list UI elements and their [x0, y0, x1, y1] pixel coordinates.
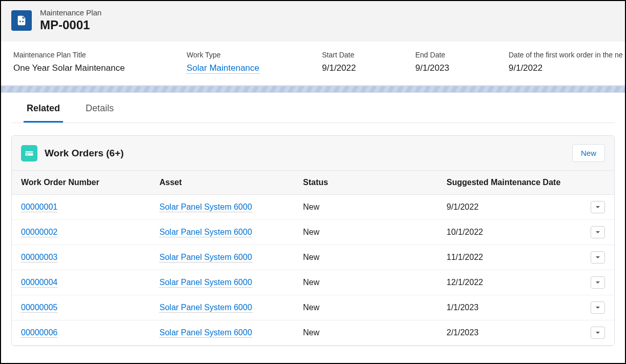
row-action-menu[interactable] — [591, 201, 605, 213]
status-cell: New — [294, 245, 437, 270]
work-orders-title[interactable]: Work Orders (6+) — [45, 148, 124, 159]
work-order-number-link[interactable]: 00000001 — [21, 203, 57, 212]
table-row: 00000002Solar Panel System 6000New10/1/2… — [12, 220, 614, 245]
chevron-down-icon — [595, 305, 600, 310]
row-action-menu[interactable] — [591, 226, 605, 238]
tab-related[interactable]: Related — [24, 93, 63, 123]
field-value-startdate: 9/1/2022 — [322, 63, 391, 73]
record-header: Maintenance Plan MP-0001 — [1, 1, 625, 42]
date-cell: 1/1/2023 — [437, 295, 581, 320]
col-header-number[interactable]: Work Order Number — [12, 171, 150, 195]
field-label-firstdate: Date of the first work order in the ne — [509, 51, 623, 59]
date-cell: 2/1/2023 — [437, 320, 581, 346]
asset-link[interactable]: Solar Panel System 6000 — [159, 203, 252, 212]
chevron-down-icon — [595, 230, 600, 235]
new-work-order-button[interactable]: New — [572, 144, 605, 162]
table-row: 00000004Solar Panel System 6000New12/1/2… — [12, 270, 614, 295]
field-value-enddate: 9/1/2023 — [415, 63, 484, 73]
chevron-down-icon — [595, 205, 600, 210]
work-order-number-link[interactable]: 00000004 — [21, 278, 57, 288]
asset-link[interactable]: Solar Panel System 6000 — [159, 228, 252, 237]
work-orders-table: Work Order Number Asset Status Suggested… — [12, 170, 614, 346]
work-order-number-link[interactable]: 00000005 — [21, 303, 57, 313]
asset-link[interactable]: Solar Panel System 6000 — [159, 328, 252, 338]
tab-bar: Related Details — [11, 93, 615, 123]
date-cell: 11/1/2022 — [437, 245, 581, 270]
record-title: MP-0001 — [40, 18, 102, 32]
work-order-number-link[interactable]: 00000003 — [21, 253, 57, 262]
tab-details[interactable]: Details — [83, 93, 117, 123]
table-row: 00000003Solar Panel System 6000New11/1/2… — [12, 245, 614, 270]
asset-link[interactable]: Solar Panel System 6000 — [159, 253, 252, 262]
maintenance-plan-icon — [11, 10, 32, 31]
col-header-asset[interactable]: Asset — [150, 171, 294, 195]
chevron-down-icon — [595, 330, 600, 335]
chevron-down-icon — [595, 280, 600, 285]
row-action-menu[interactable] — [591, 327, 605, 339]
pattern-divider — [1, 86, 625, 93]
status-cell: New — [294, 295, 437, 320]
field-label-startdate: Start Date — [322, 51, 391, 59]
field-value-firstdate: 9/1/2022 — [509, 63, 623, 73]
status-cell: New — [294, 195, 437, 220]
col-header-date[interactable]: Suggested Maintenance Date — [437, 171, 614, 195]
table-row: 00000006Solar Panel System 6000New2/1/20… — [12, 320, 614, 346]
row-action-menu[interactable] — [591, 251, 605, 264]
date-cell: 10/1/2022 — [437, 220, 581, 245]
row-action-menu[interactable] — [591, 276, 605, 289]
date-cell: 12/1/2022 — [437, 270, 581, 295]
object-label: Maintenance Plan — [40, 8, 102, 17]
field-label-worktype: Work Type — [187, 51, 297, 59]
status-cell: New — [294, 270, 437, 295]
work-orders-card: Work Orders (6+) New Work Order Number A… — [11, 135, 615, 346]
status-cell: New — [294, 220, 437, 245]
work-orders-icon — [21, 145, 37, 161]
status-cell: New — [294, 320, 437, 346]
table-row: 00000001Solar Panel System 6000New9/1/20… — [12, 195, 614, 220]
field-label-enddate: End Date — [415, 51, 484, 59]
asset-link[interactable]: Solar Panel System 6000 — [159, 303, 252, 313]
field-value-worktype-link[interactable]: Solar Maintenance — [187, 63, 259, 74]
table-row: 00000005Solar Panel System 6000New1/1/20… — [12, 295, 614, 320]
work-order-number-link[interactable]: 00000002 — [21, 228, 57, 237]
highlights-panel: Maintenance Plan Title One Year Solar Ma… — [1, 42, 625, 86]
asset-link[interactable]: Solar Panel System 6000 — [159, 278, 252, 288]
field-value-title: One Year Solar Maintenance — [13, 63, 162, 73]
chevron-down-icon — [595, 255, 600, 260]
work-order-number-link[interactable]: 00000006 — [21, 328, 57, 338]
field-label-title: Maintenance Plan Title — [13, 51, 162, 59]
col-header-status[interactable]: Status — [294, 171, 437, 195]
date-cell: 9/1/2022 — [437, 195, 581, 220]
row-action-menu[interactable] — [591, 301, 605, 314]
